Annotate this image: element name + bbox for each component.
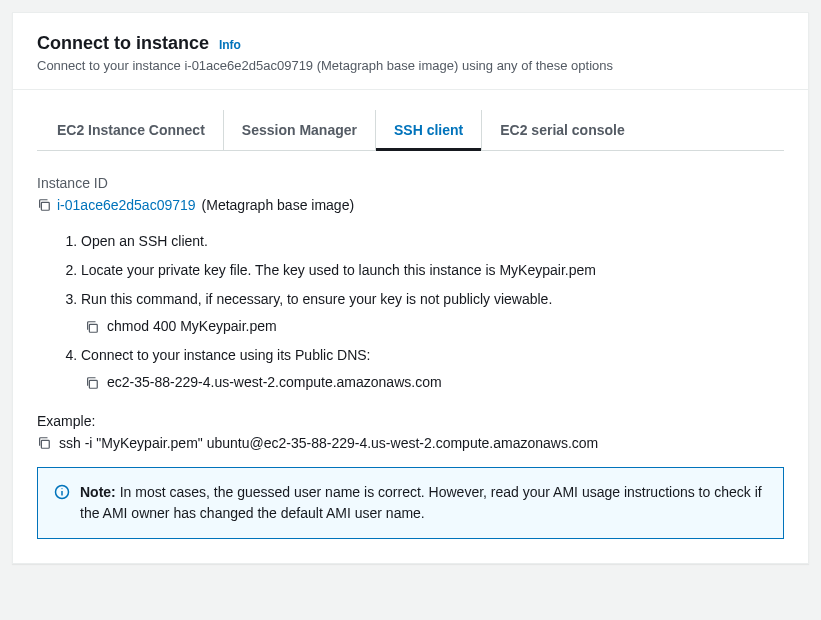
- svg-point-6: [61, 488, 62, 489]
- instance-id-link[interactable]: i-01ace6e2d5ac09719: [57, 197, 196, 213]
- note-body: In most cases, the guessed user name is …: [80, 484, 762, 521]
- panel-header: Connect to instance Info Connect to your…: [13, 13, 808, 90]
- svg-rect-2: [89, 380, 97, 388]
- instance-name-suffix: (Metagraph base image): [202, 197, 355, 213]
- step-3: Run this command, if necessary, to ensur…: [81, 289, 784, 337]
- note-box: Note: In most cases, the guessed user na…: [37, 467, 784, 539]
- ssh-example-command: ssh -i "MyKeypair.pem" ubuntu@ec2-35-88-…: [59, 435, 598, 451]
- ssh-steps: Open an SSH client. Locate your private …: [37, 231, 784, 393]
- chmod-command: chmod 400 MyKeypair.pem: [107, 316, 277, 337]
- step-3-text: Run this command, if necessary, to ensur…: [81, 291, 552, 307]
- instance-id-row: i-01ace6e2d5ac09719 (Metagraph base imag…: [37, 197, 784, 213]
- panel-body: EC2 Instance Connect Session Manager SSH…: [13, 90, 808, 563]
- public-dns: ec2-35-88-229-4.us-west-2.compute.amazon…: [107, 372, 442, 393]
- copy-icon[interactable]: [37, 436, 51, 450]
- step-4: Connect to your instance using its Publi…: [81, 345, 784, 393]
- note-bold: Note:: [80, 484, 116, 500]
- tab-ssh-client[interactable]: SSH client: [376, 110, 482, 150]
- step-4-text: Connect to your instance using its Publi…: [81, 347, 370, 363]
- copy-icon[interactable]: [85, 376, 99, 390]
- svg-rect-3: [41, 440, 49, 448]
- instance-id-label: Instance ID: [37, 175, 784, 191]
- tab-session-manager[interactable]: Session Manager: [224, 110, 376, 150]
- svg-rect-0: [41, 202, 49, 210]
- note-text: Note: In most cases, the guessed user na…: [80, 482, 767, 524]
- copy-icon[interactable]: [37, 198, 51, 212]
- tab-ec2-instance-connect[interactable]: EC2 Instance Connect: [37, 110, 224, 150]
- connect-panel: Connect to instance Info Connect to your…: [12, 12, 809, 564]
- page-subtitle: Connect to your instance i-01ace6e2d5ac0…: [37, 58, 784, 73]
- info-icon: [54, 484, 70, 500]
- step-1: Open an SSH client.: [81, 231, 784, 252]
- example-row: ssh -i "MyKeypair.pem" ubuntu@ec2-35-88-…: [37, 435, 784, 451]
- connection-tabs: EC2 Instance Connect Session Manager SSH…: [37, 110, 784, 151]
- tab-ec2-serial-console[interactable]: EC2 serial console: [482, 110, 643, 150]
- step-2: Locate your private key file. The key us…: [81, 260, 784, 281]
- svg-rect-1: [89, 324, 97, 332]
- page-title: Connect to instance: [37, 33, 209, 53]
- copy-icon[interactable]: [85, 320, 99, 334]
- step-3-command-row: chmod 400 MyKeypair.pem: [85, 316, 784, 337]
- step-4-dns-row: ec2-35-88-229-4.us-west-2.compute.amazon…: [85, 372, 784, 393]
- example-label: Example:: [37, 413, 784, 429]
- info-link[interactable]: Info: [219, 38, 241, 52]
